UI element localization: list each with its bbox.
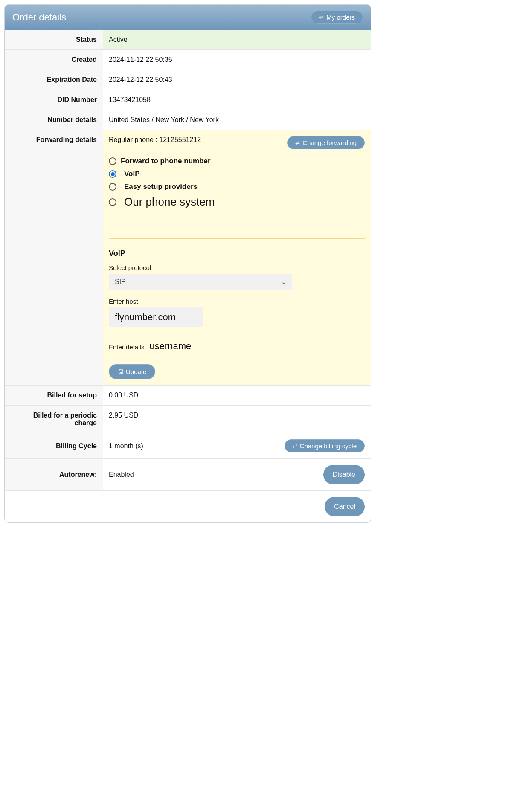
- forwarding-radio-group: Forward to phone number VoIP Easy setup …: [109, 157, 365, 209]
- disable-label: Disable: [333, 471, 355, 478]
- cell-autorenew: Enabled Disable: [103, 459, 371, 491]
- my-orders-button[interactable]: ↩ My orders: [311, 11, 363, 24]
- value-status: Active: [103, 30, 371, 50]
- row-autorenew: Autorenew: Enabled Disable: [5, 459, 371, 491]
- host-value: flynumber.com: [115, 312, 176, 322]
- row-forwarding: Forwarding details Regular phone : 12125…: [5, 130, 371, 386]
- radio-icon: [109, 198, 116, 206]
- host-label: Enter host: [109, 298, 365, 305]
- row-billed-periodic: Billed for a periodic charge 2.95 USD: [5, 406, 371, 433]
- label-billed-periodic: Billed for a periodic charge: [5, 406, 103, 433]
- cancel-button[interactable]: Cancel: [325, 497, 365, 516]
- voip-section: VoIP Select protocol SIP ⌄ Enter host fl…: [109, 238, 365, 379]
- row-billing-cycle: Billing Cycle 1 month (s) ⇄ Change billi…: [5, 433, 371, 459]
- radio-label-phone: Forward to phone number: [121, 157, 211, 165]
- change-billing-cycle-label: Change billing cycle: [300, 442, 357, 450]
- host-input[interactable]: flynumber.com: [109, 307, 203, 327]
- value-billing-cycle: 1 month (s): [109, 442, 143, 450]
- radio-icon: [109, 170, 116, 178]
- row-expiration: Expiration Date 2024-12-12 22:50:43: [5, 70, 371, 90]
- value-created: 2024-11-12 22:50:35: [103, 50, 371, 70]
- radio-voip[interactable]: VoIP: [109, 170, 365, 178]
- footer-cell: Cancel: [103, 491, 371, 523]
- change-billing-cycle-button[interactable]: ⇄ Change billing cycle: [285, 439, 365, 452]
- radio-icon: [109, 183, 116, 191]
- radio-label-ours: Our phone system: [124, 195, 215, 209]
- update-label: Update: [126, 368, 146, 375]
- change-forwarding-button[interactable]: ⇄ Change forwarding: [287, 136, 365, 149]
- cancel-label: Cancel: [334, 503, 355, 510]
- cell-billing-cycle: 1 month (s) ⇄ Change billing cycle: [103, 433, 371, 459]
- details-table: Status Active Created 2024-11-12 22:50:3…: [5, 30, 371, 522]
- value-autorenew: Enabled: [109, 471, 134, 478]
- disable-autorenew-button[interactable]: Disable: [323, 465, 365, 484]
- order-details-card: Order details ↩ My orders Status Active …: [4, 4, 371, 523]
- row-number-details: Number details United States / New York …: [5, 110, 371, 130]
- label-status: Status: [5, 30, 103, 50]
- radio-our-phone-system[interactable]: Our phone system: [109, 195, 365, 209]
- details-label: Enter details: [109, 343, 144, 351]
- my-orders-label: My orders: [326, 14, 355, 21]
- row-created: Created 2024-11-12 22:50:35: [5, 50, 371, 70]
- page-title: Order details: [12, 12, 66, 23]
- save-icon: 🖫: [118, 368, 123, 375]
- radio-forward-phone[interactable]: Forward to phone number: [109, 157, 365, 165]
- chevron-down-icon: ⌄: [281, 278, 286, 285]
- value-billed-setup: 0.00 USD: [103, 386, 371, 406]
- label-created: Created: [5, 50, 103, 70]
- value-billed-periodic: 2.95 USD: [103, 406, 371, 433]
- row-status: Status Active: [5, 30, 371, 50]
- label-numdetails: Number details: [5, 110, 103, 130]
- radio-label-easy: Easy setup providers: [124, 183, 198, 191]
- protocol-select[interactable]: SIP ⌄: [109, 274, 292, 290]
- forwarding-summary: Regular phone : 12125551212: [109, 136, 201, 144]
- value-did: 13473421058: [103, 90, 371, 110]
- row-did: DID Number 13473421058: [5, 90, 371, 110]
- label-did: DID Number: [5, 90, 103, 110]
- row-footer: Cancel: [5, 491, 371, 523]
- label-billed-setup: Billed for setup: [5, 386, 103, 406]
- radio-easy-setup[interactable]: Easy setup providers: [109, 183, 365, 191]
- protocol-value: SIP: [115, 278, 126, 286]
- row-billed-setup: Billed for setup 0.00 USD: [5, 386, 371, 406]
- voip-heading: VoIP: [109, 249, 365, 258]
- change-forwarding-label: Change forwarding: [302, 139, 357, 146]
- radio-icon: [109, 157, 116, 165]
- details-input[interactable]: [148, 340, 217, 353]
- label-forwarding: Forwarding details: [5, 130, 103, 386]
- swap-icon: ⇄: [293, 443, 297, 449]
- swap-icon: ⇄: [295, 139, 300, 146]
- protocol-label: Select protocol: [109, 264, 365, 271]
- value-expiration: 2024-12-12 22:50:43: [103, 70, 371, 90]
- back-arrow-icon: ↩: [319, 14, 324, 20]
- radio-label-voip: VoIP: [124, 170, 140, 178]
- update-button[interactable]: 🖫 Update: [109, 364, 155, 379]
- label-expiration: Expiration Date: [5, 70, 103, 90]
- forwarding-cell: Regular phone : 12125551212 ⇄ Change for…: [103, 130, 371, 386]
- card-header: Order details ↩ My orders: [5, 5, 371, 30]
- label-billing-cycle: Billing Cycle: [5, 433, 103, 459]
- label-autorenew: Autorenew:: [5, 459, 103, 491]
- value-numdetails: United States / New York / New York: [103, 110, 371, 130]
